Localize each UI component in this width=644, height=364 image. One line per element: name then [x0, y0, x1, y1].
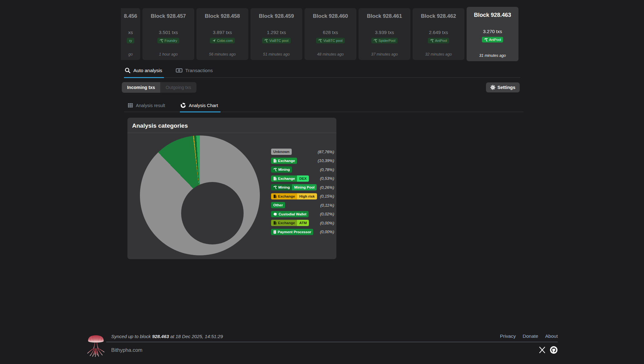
category-chip[interactable]: ExchangeDEX — [271, 175, 309, 182]
category-chip-part: Other — [271, 202, 285, 208]
footer-link-donate[interactable]: Donate — [523, 333, 538, 339]
analysis-subtabs: Analysis result Analysis Chart — [124, 101, 523, 112]
category-label: DEX — [299, 177, 307, 180]
tab-analysis-chart[interactable]: Analysis Chart — [180, 101, 220, 112]
block-tx-count: 1.292 txs — [267, 30, 286, 35]
pickaxe-icon — [264, 39, 268, 42]
social-icons — [538, 346, 558, 354]
block-card[interactable]: Block 928.4583.897 txsCobo.com56 minutes… — [196, 8, 248, 60]
block-card[interactable]: Block 928.4633.270 txsAntPool31 minutes … — [467, 7, 518, 61]
subtab-label: Analysis result — [136, 103, 165, 108]
legend-item: MiningMining Pool(0,26%) — [271, 184, 334, 191]
tab-transactions[interactable]: Transactions — [175, 66, 215, 78]
category-label: Custodial Wallet — [279, 212, 306, 216]
category-label: Exchange — [278, 221, 295, 225]
category-chip-part: High risk — [297, 193, 317, 199]
mining-pool-label: Foundry — [165, 39, 177, 42]
block-card[interactable]: Block 928.4622.649 txsAntPool32 minutes … — [413, 8, 464, 60]
block-timestamp: 1 hour ago — [159, 52, 178, 57]
main-tabs: Auto analysis Transactions — [124, 66, 520, 78]
block-title: Block 928.461 — [367, 13, 402, 19]
category-label: Payment Processor — [278, 230, 311, 234]
pie-chart-icon — [181, 103, 186, 108]
block-tx-count: 3.270 txs — [483, 29, 502, 34]
category-percentage: (0,78%) — [320, 167, 334, 172]
donut-hole — [181, 182, 244, 244]
category-chip[interactable]: Other — [271, 202, 285, 208]
table-icon — [128, 103, 133, 108]
block-card[interactable]: Block 928.460628 txsViaBTC pool48 minute… — [305, 8, 356, 60]
legend-item: ExchangeHigh risk(0,15%) — [271, 193, 334, 200]
category-label: Exchange — [278, 194, 295, 198]
block-title: Block 928.462 — [421, 13, 456, 19]
footer-link-about[interactable]: About — [545, 333, 558, 339]
pickaxe-icon — [273, 185, 277, 189]
block-timestamp: 48 minutes ago — [317, 52, 344, 57]
block-title: Block 928.458 — [205, 13, 240, 19]
block-card[interactable]: Block 928.4573.501 txsFoundry1 hour ago — [142, 8, 194, 60]
incoming-txs-button[interactable]: Incoming txs — [122, 82, 160, 93]
block-title: Block 928.460 — [313, 13, 348, 19]
pickaxe-icon — [484, 38, 488, 42]
building-icon — [273, 221, 277, 225]
category-chip-part: DEX — [297, 175, 309, 182]
block-timestamp: 37 minutes ago — [371, 52, 398, 57]
pickaxe-icon — [160, 39, 163, 42]
settings-button[interactable]: Settings — [486, 82, 520, 92]
category-label: ATM — [299, 221, 307, 225]
recent-blocks-strip: 8.456 xs ry go Block 928.4573.501 txsFou… — [121, 7, 519, 61]
block-title: Block 928.459 — [259, 13, 294, 19]
legend-item: Unknown(87,76%) — [271, 148, 334, 155]
footer-top-row: Synced up to block 928.463 at 18 Dec 202… — [106, 333, 558, 342]
category-chip[interactable]: Custodial Wallet — [271, 211, 309, 217]
building-icon — [273, 177, 277, 180]
block-tx-count: 3.501 txs — [159, 30, 178, 35]
category-chip-part: Custodial Wallet — [271, 211, 309, 217]
tab-auto-analysis[interactable]: Auto analysis — [124, 66, 164, 78]
search-icon — [125, 67, 131, 73]
category-chip[interactable]: Exchange — [271, 158, 297, 164]
category-chip[interactable]: Payment Processor — [271, 229, 313, 235]
chart-legend: Unknown(87,76%)Exchange(10,39%)Mining(0,… — [271, 148, 334, 237]
category-percentage: (0,00%) — [320, 229, 334, 234]
bithypha-logo[interactable] — [86, 334, 106, 357]
github-icon[interactable] — [550, 346, 558, 354]
mining-pool-label: AntPool — [489, 38, 501, 42]
settings-label: Settings — [498, 85, 515, 90]
mining-pool-badge: AntPool — [428, 38, 449, 43]
category-chip[interactable]: ExchangeATM — [271, 220, 309, 226]
legend-item: Exchange(10,39%) — [271, 157, 334, 164]
block-title: Block 928.457 — [151, 13, 186, 19]
block-timestamp: 32 minutes ago — [425, 52, 452, 57]
block-card[interactable]: Block 928.4613.939 txsSpiderPool37 minut… — [359, 8, 410, 60]
building-icon — [273, 194, 277, 198]
category-label: Other — [273, 203, 283, 207]
category-label: Exchange — [278, 177, 295, 180]
block-tx-count: 628 txs — [323, 30, 338, 35]
tab-label: Auto analysis — [133, 68, 162, 73]
outgoing-txs-button[interactable]: Outgoing txs — [160, 82, 196, 93]
category-chip[interactable]: ExchangeHigh risk — [271, 193, 317, 199]
category-chip-part: Exchange — [271, 175, 297, 182]
category-chip-part: Exchange — [271, 193, 297, 199]
block-tx-count: xs — [128, 30, 133, 35]
block-card-partial[interactable]: 8.456 xs ry go — [121, 8, 140, 60]
tab-analysis-result[interactable]: Analysis result — [127, 101, 167, 112]
category-chip-part: Unknown — [271, 149, 292, 155]
terminal-icon — [273, 230, 276, 234]
category-percentage: (0,26%) — [320, 185, 334, 190]
x-twitter-icon[interactable] — [538, 346, 546, 354]
category-chip[interactable]: Mining — [271, 166, 292, 173]
block-tx-count: 3.897 txs — [213, 30, 232, 35]
footer-bottom-row: Bithypha.com — [106, 342, 558, 354]
category-chip[interactable]: MiningMining Pool — [271, 184, 317, 190]
mining-pool-label: SpiderPool — [379, 39, 395, 42]
category-chip[interactable]: Unknown — [271, 149, 292, 155]
category-percentage: (0,53%) — [320, 176, 334, 181]
block-card[interactable]: Block 928.4591.292 txsViaBTC pool51 minu… — [250, 8, 302, 60]
mining-pool-label: ViaBTC pool — [269, 39, 289, 42]
category-chip-part: ATM — [297, 220, 309, 226]
footer-link-privacy[interactable]: Privacy — [500, 333, 516, 339]
mining-pool-label: Cobo.com — [217, 39, 233, 42]
category-chip-part: Payment Processor — [271, 229, 313, 235]
